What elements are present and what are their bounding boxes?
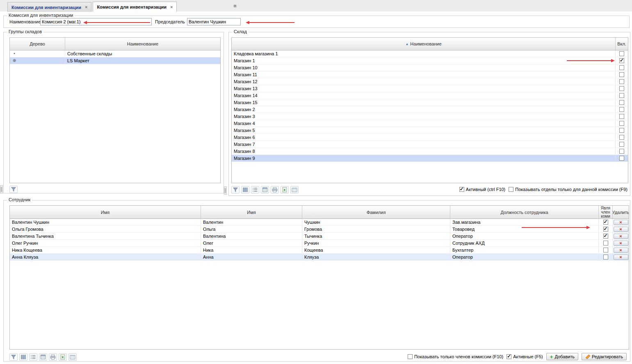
table-row[interactable]: Магазин 3: [232, 113, 628, 120]
delete-button[interactable]: ×: [614, 241, 628, 246]
table-row[interactable]: Магазин 7: [232, 141, 628, 148]
employees-footer-options: Показывать только членов комиссии (F10) …: [408, 353, 627, 360]
print-icon[interactable]: [49, 353, 57, 361]
table-icon[interactable]: [68, 353, 77, 361]
tab-commissions-list[interactable]: Комиссии для инвентаризации ×: [7, 2, 91, 12]
include-checkbox[interactable]: [619, 58, 624, 63]
include-checkbox[interactable]: [619, 65, 624, 70]
table-row[interactable]: • Собственные склады: [10, 50, 220, 57]
member-checkbox[interactable]: [603, 234, 608, 239]
table-row[interactable]: Магазин 1: [232, 57, 628, 64]
table-row[interactable]: Магазин 9: [232, 155, 628, 162]
table-row[interactable]: Магазин 13: [232, 85, 628, 92]
table-row[interactable]: Магазин 12: [232, 78, 628, 85]
column-header-name: Наименование: [65, 38, 220, 50]
table-row[interactable]: Ольга Громова Ольга Громова Товаровед ×: [10, 226, 629, 233]
include-checkbox[interactable]: [619, 156, 624, 161]
table-row[interactable]: Магазин 14: [232, 92, 628, 99]
table-row[interactable]: Ника Кощеева Ника Кощеева Бухгалтер ×: [10, 247, 629, 254]
tree-cell[interactable]: ⊕: [10, 57, 65, 64]
columns-icon[interactable]: [241, 186, 249, 193]
tree-expand-icon[interactable]: ⊕: [12, 59, 17, 63]
member-checkbox[interactable]: [603, 220, 608, 225]
table-row[interactable]: Анна Кляуза Анна Кляуза Оператор ×: [10, 254, 629, 261]
delete-button[interactable]: ×: [614, 227, 628, 232]
name-input[interactable]: [40, 18, 152, 25]
show-depts-option[interactable]: Показывать отделы только для данной коми…: [509, 187, 627, 192]
include-checkbox[interactable]: [619, 128, 624, 133]
column-header-last-name: Фамилия: [302, 206, 450, 218]
filter-icon[interactable]: [9, 186, 18, 193]
menu-icon[interactable]: ≡: [232, 3, 238, 9]
filter-icon[interactable]: [231, 186, 240, 193]
print-icon[interactable]: [271, 186, 279, 193]
table-row[interactable]: Магазин 6: [232, 134, 628, 141]
include-checkbox[interactable]: [619, 107, 624, 112]
delete-button[interactable]: ×: [614, 248, 628, 253]
svg-text:X: X: [283, 188, 286, 192]
table-row[interactable]: Магазин 5: [232, 127, 628, 134]
delete-button[interactable]: ×: [614, 234, 628, 239]
include-checkbox[interactable]: [619, 135, 624, 140]
numbered-list-icon[interactable]: [29, 353, 37, 361]
column-header-incl: Вкл.: [616, 38, 628, 50]
include-checkbox[interactable]: [619, 142, 624, 147]
include-checkbox[interactable]: [619, 121, 624, 126]
member-checkbox[interactable]: [603, 255, 608, 259]
table-row[interactable]: Кладовка магазина 1: [232, 50, 628, 57]
include-checkbox[interactable]: [619, 51, 624, 56]
actives-checkbox[interactable]: [507, 354, 511, 359]
member-checkbox[interactable]: [603, 241, 608, 246]
include-checkbox[interactable]: [619, 79, 624, 84]
splitter-grip-middle[interactable]: [224, 187, 227, 195]
table-row[interactable]: Магазин 8: [232, 148, 628, 155]
warehouse-name-cell: Магазин 5: [232, 127, 616, 134]
excel-icon[interactable]: X: [281, 186, 289, 193]
warehouse-groups-grid: Дерево Наименование • Собственные склады…: [9, 37, 221, 183]
tab-commission-edit[interactable]: Комиссия для инвентаризации ×: [93, 2, 177, 12]
edit-button[interactable]: Редактировать: [582, 353, 627, 360]
actives-option[interactable]: Активные (F5): [507, 354, 543, 359]
close-icon[interactable]: ×: [85, 5, 87, 9]
tree-cell[interactable]: •: [10, 50, 65, 57]
show-depts-checkbox[interactable]: [509, 187, 513, 192]
include-checkbox[interactable]: [619, 114, 624, 119]
active-filter-option[interactable]: Активный (ctrl F10): [459, 187, 505, 192]
table-icon[interactable]: [290, 186, 299, 193]
include-checkbox[interactable]: [619, 100, 624, 105]
delete-button[interactable]: ×: [614, 255, 628, 260]
table-row[interactable]: Валентин Чушкин Валентин Чушкин Зав.мага…: [10, 219, 629, 226]
first-name-cell: Валентина: [201, 233, 302, 239]
column-header-name[interactable]: ▲ Наименование: [232, 38, 616, 50]
show-members-checkbox[interactable]: [408, 354, 413, 359]
report-icon[interactable]: [261, 186, 269, 193]
numbered-list-icon[interactable]: [251, 186, 259, 193]
include-checkbox[interactable]: [619, 149, 624, 154]
tab-label: Комиссия для инвентаризации: [97, 5, 167, 9]
table-row[interactable]: ⊕ LS Маркет: [10, 57, 220, 64]
table-row[interactable]: Магазин 2: [232, 106, 628, 113]
columns-icon[interactable]: [19, 353, 27, 361]
include-checkbox[interactable]: [619, 86, 624, 91]
include-checkbox[interactable]: [619, 93, 624, 98]
splitter-grip-left[interactable]: [0, 185, 3, 193]
groups-toolbar: [9, 186, 18, 193]
active-filter-checkbox[interactable]: [459, 187, 464, 192]
filter-icon[interactable]: [9, 353, 18, 361]
member-checkbox[interactable]: [603, 248, 608, 253]
table-row[interactable]: Магазин 4: [232, 120, 628, 127]
table-row[interactable]: Магазин 10: [232, 64, 628, 71]
include-checkbox[interactable]: [619, 72, 624, 77]
delete-button[interactable]: ×: [614, 220, 628, 225]
table-row[interactable]: Олег Ручкин Олег Ручкин Сотрудник АХД ×: [10, 240, 629, 247]
excel-icon[interactable]: X: [59, 353, 67, 361]
table-row[interactable]: Магазин 11: [232, 71, 628, 78]
table-row[interactable]: Валентина Тычинка Валентина Тычинка Опер…: [10, 233, 629, 240]
table-row[interactable]: Магазин 15: [232, 99, 628, 106]
chairman-input[interactable]: [187, 18, 241, 25]
member-checkbox[interactable]: [603, 227, 608, 232]
show-members-option[interactable]: Показывать только членов комиссии (F10): [408, 354, 503, 359]
report-icon[interactable]: [39, 353, 47, 361]
close-icon[interactable]: ×: [170, 5, 173, 9]
add-button[interactable]: + Добавить: [546, 353, 578, 360]
